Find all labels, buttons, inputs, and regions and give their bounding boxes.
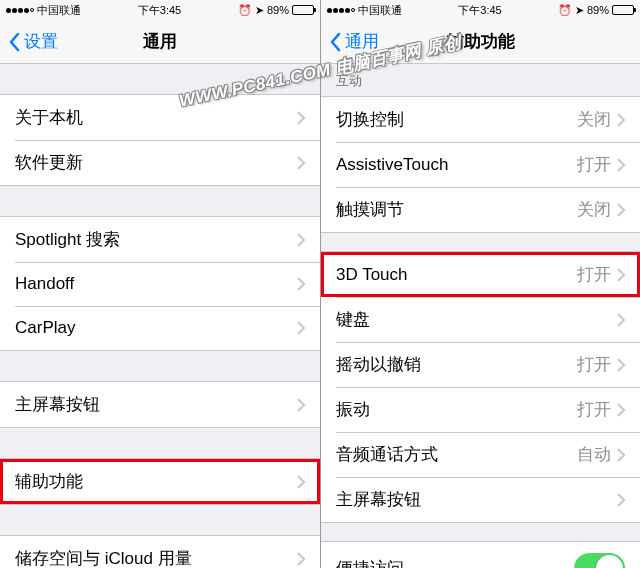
row-label: 音频通话方式 — [336, 443, 438, 466]
chevron-right-icon — [297, 156, 305, 170]
row-value: 打开 — [577, 153, 611, 176]
row-label: 软件更新 — [15, 151, 83, 174]
chevron-right-icon — [617, 158, 625, 172]
row-storage[interactable]: 储存空间与 iCloud 用量 — [0, 536, 320, 568]
chevron-right-icon — [297, 321, 305, 335]
row-label: 触摸调节 — [336, 198, 404, 221]
location-icon: ➤ — [575, 4, 584, 17]
carrier-label: 中国联通 — [358, 3, 402, 18]
row-value: 打开 — [577, 263, 611, 286]
row-carplay[interactable]: CarPlay — [0, 306, 320, 350]
row-about[interactable]: 关于本机 — [0, 95, 320, 140]
signal-icon — [6, 8, 34, 13]
row-value: 打开 — [577, 353, 611, 376]
nav-bar: 设置 通用 — [0, 20, 320, 64]
row-touch-accommodations[interactable]: 触摸调节 关闭 — [321, 187, 640, 232]
accessibility-list[interactable]: 互动 切换控制 关闭 AssistiveTouch 打开 触摸调节 关闭 3D … — [321, 64, 640, 568]
row-label: 辅助功能 — [15, 470, 83, 493]
back-label: 设置 — [24, 30, 58, 53]
back-label: 通用 — [345, 30, 379, 53]
row-keyboard[interactable]: 键盘 — [321, 297, 640, 342]
phone-left: 中国联通 下午3:45 ⏰ ➤ 89% 设置 通用 关于本机 软件更新 — [0, 0, 320, 568]
row-software-update[interactable]: 软件更新 — [0, 140, 320, 185]
chevron-right-icon — [617, 203, 625, 217]
row-label: 振动 — [336, 398, 370, 421]
row-value: 关闭 — [577, 198, 611, 221]
section-header-interaction: 互动 — [321, 64, 640, 96]
carrier-label: 中国联通 — [37, 3, 81, 18]
chevron-right-icon — [617, 113, 625, 127]
row-label: 摇动以撤销 — [336, 353, 421, 376]
row-home-button-acc[interactable]: 主屏幕按钮 — [321, 477, 640, 522]
chevron-right-icon — [297, 475, 305, 489]
battery-percent: 89% — [267, 4, 289, 16]
row-label: 主屏幕按钮 — [15, 393, 100, 416]
status-time: 下午3:45 — [458, 3, 501, 18]
row-spotlight[interactable]: Spotlight 搜索 — [0, 217, 320, 262]
row-label: 储存空间与 iCloud 用量 — [15, 547, 192, 568]
chevron-right-icon — [617, 403, 625, 417]
phone-right: 中国联通 下午3:45 ⏰ ➤ 89% 通用 辅助功能 互动 切换控制 关闭 A… — [320, 0, 640, 568]
status-bar: 中国联通 下午3:45 ⏰ ➤ 89% — [321, 0, 640, 20]
battery-percent: 89% — [587, 4, 609, 16]
battery-icon — [612, 5, 634, 15]
chevron-right-icon — [297, 233, 305, 247]
row-label: CarPlay — [15, 318, 75, 338]
chevron-right-icon — [617, 268, 625, 282]
chevron-right-icon — [617, 493, 625, 507]
chevron-right-icon — [297, 398, 305, 412]
row-call-audio-routing[interactable]: 音频通话方式 自动 — [321, 432, 640, 477]
row-value: 打开 — [577, 398, 611, 421]
row-reachability[interactable]: 便捷访问 — [321, 542, 640, 568]
row-label: Spotlight 搜索 — [15, 228, 120, 251]
chevron-right-icon — [617, 358, 625, 372]
chevron-right-icon — [297, 277, 305, 291]
row-shake-undo[interactable]: 摇动以撤销 打开 — [321, 342, 640, 387]
row-value: 关闭 — [577, 108, 611, 131]
row-assistive-touch[interactable]: AssistiveTouch 打开 — [321, 142, 640, 187]
row-value: 自动 — [577, 443, 611, 466]
row-switch-control[interactable]: 切换控制 关闭 — [321, 97, 640, 142]
chevron-right-icon — [617, 448, 625, 462]
back-button[interactable]: 通用 — [321, 30, 379, 53]
row-label: 主屏幕按钮 — [336, 488, 421, 511]
toggle-switch[interactable] — [574, 553, 625, 568]
row-label: 3D Touch — [336, 265, 408, 285]
alarm-icon: ⏰ — [558, 4, 572, 17]
status-bar: 中国联通 下午3:45 ⏰ ➤ 89% — [0, 0, 320, 20]
back-button[interactable]: 设置 — [0, 30, 58, 53]
alarm-icon: ⏰ — [238, 4, 252, 17]
row-accessibility[interactable]: 辅助功能 — [0, 459, 320, 504]
battery-icon — [292, 5, 314, 15]
row-label: AssistiveTouch — [336, 155, 448, 175]
signal-icon — [327, 8, 355, 13]
row-label: 键盘 — [336, 308, 370, 331]
row-3d-touch[interactable]: 3D Touch 打开 — [321, 252, 640, 297]
row-vibration[interactable]: 振动 打开 — [321, 387, 640, 432]
settings-list[interactable]: 关于本机 软件更新 Spotlight 搜索 Handoff CarPlay — [0, 64, 320, 568]
chevron-left-icon — [329, 32, 341, 52]
status-time: 下午3:45 — [138, 3, 181, 18]
row-handoff[interactable]: Handoff — [0, 262, 320, 306]
row-label: 便捷访问 — [336, 557, 404, 568]
chevron-left-icon — [8, 32, 20, 52]
row-label: 切换控制 — [336, 108, 404, 131]
nav-bar: 通用 辅助功能 — [321, 20, 640, 64]
location-icon: ➤ — [255, 4, 264, 17]
row-label: 关于本机 — [15, 106, 83, 129]
chevron-right-icon — [617, 313, 625, 327]
chevron-right-icon — [297, 552, 305, 566]
row-label: Handoff — [15, 274, 74, 294]
row-home-button[interactable]: 主屏幕按钮 — [0, 382, 320, 427]
chevron-right-icon — [297, 111, 305, 125]
